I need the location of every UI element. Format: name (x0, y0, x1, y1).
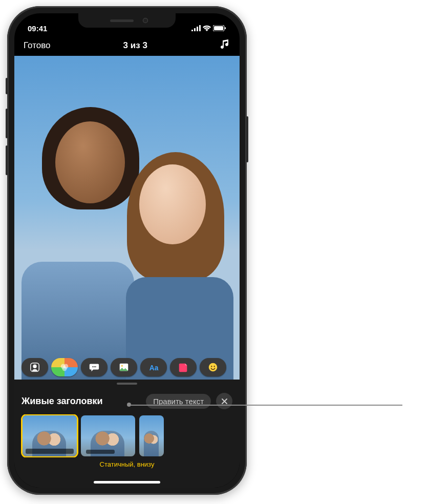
svg-point-10 (95, 366, 96, 367)
emoji-button[interactable] (200, 358, 226, 376)
memoji-button[interactable] (22, 358, 48, 376)
svg-point-4 (33, 365, 36, 368)
wifi-icon (203, 25, 211, 31)
filters-icon (59, 362, 70, 373)
text-icon: Aa (148, 362, 159, 373)
svg-point-7 (62, 366, 67, 371)
panel-title: Живые заголовки (22, 396, 103, 407)
effects-toolbar: Aa (14, 358, 240, 376)
selected-style-label: Статичный, внизу (20, 457, 233, 468)
nav-bar: Готово 3 из 3 (14, 36, 240, 56)
poster-button[interactable] (111, 358, 137, 376)
silent-switch (6, 78, 8, 94)
sticker-icon (178, 362, 189, 373)
svg-rect-1 (214, 26, 223, 30)
svg-point-16 (214, 366, 215, 367)
title-style-option-selected[interactable] (23, 415, 77, 456)
phone-frame: 09:41 Готово 3 из 3 (7, 6, 247, 495)
poster-icon (118, 362, 130, 373)
music-note-icon (220, 39, 230, 49)
volume-down-button (6, 145, 8, 175)
status-time: 09:41 (28, 24, 47, 33)
edit-text-button[interactable]: Править текст (146, 394, 211, 409)
svg-point-9 (94, 366, 95, 367)
photo-viewer[interactable]: Aa (14, 56, 240, 380)
done-button[interactable]: Готово (24, 40, 51, 51)
emoji-icon (207, 362, 219, 373)
sticker-button[interactable] (170, 358, 197, 376)
volume-up-button (6, 109, 8, 138)
svg-rect-2 (225, 27, 226, 29)
svg-text:Aa: Aa (149, 364, 159, 372)
battery-icon (213, 25, 226, 31)
title-style-option[interactable] (81, 415, 135, 456)
music-button[interactable] (220, 39, 230, 52)
text-button[interactable]: Aa (140, 358, 167, 376)
close-panel-button[interactable] (216, 393, 232, 409)
side-button (246, 116, 248, 162)
speech-bubble-button[interactable] (81, 358, 108, 376)
home-indicator[interactable] (14, 474, 240, 488)
live-titles-panel: Живые заголовки Править текст Статичный,… (14, 388, 240, 474)
panel-handle[interactable] (14, 380, 240, 388)
photo-subject (14, 101, 142, 380)
filters-button[interactable] (51, 358, 78, 376)
memoji-icon (29, 362, 40, 373)
svg-point-15 (211, 366, 212, 367)
close-icon (221, 398, 228, 405)
cellular-icon (191, 25, 201, 31)
svg-point-14 (209, 363, 218, 372)
title-styles-row[interactable] (20, 414, 233, 457)
speech-bubble-icon (89, 362, 100, 373)
notch (78, 13, 176, 28)
status-indicators (191, 25, 226, 31)
svg-point-12 (121, 365, 123, 367)
title-style-option[interactable] (139, 415, 164, 456)
photo-subject (125, 140, 240, 380)
svg-point-8 (92, 366, 93, 367)
page-title: 3 из 3 (123, 40, 147, 51)
callout-line (129, 405, 402, 406)
screen: 09:41 Готово 3 из 3 (14, 13, 240, 488)
